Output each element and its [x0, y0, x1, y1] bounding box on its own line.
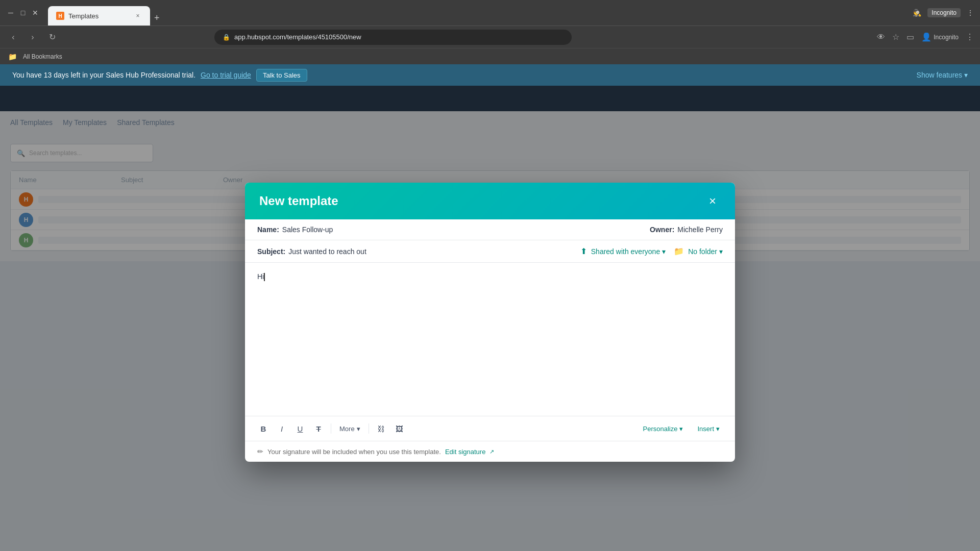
maximize-button[interactable]: □	[18, 8, 28, 17]
italic-button[interactable]: I	[274, 420, 290, 437]
toolbar-sep-1	[331, 423, 331, 434]
name-label: Name:	[257, 226, 279, 234]
underline-button[interactable]: U	[292, 420, 308, 437]
personalize-caret-icon: ▾	[679, 425, 683, 433]
modal-body: Name: Sales Follow-up Owner: Michelle Pe…	[245, 219, 735, 462]
signature-text: Your signature will be included when you…	[267, 448, 441, 456]
signature-notice: ✏ Your signature will be included when y…	[245, 441, 735, 462]
bookmarks-folder-icon: 📁	[8, 53, 17, 61]
trial-text: You have 13 days left in your Sales Hub …	[12, 71, 195, 79]
tab-favicon: H	[56, 12, 64, 20]
bold-button[interactable]: B	[255, 420, 272, 437]
strikethrough-button[interactable]: T	[310, 420, 327, 437]
insert-button[interactable]: Insert ▾	[692, 423, 725, 435]
insert-caret-icon: ▾	[716, 425, 720, 433]
editor-content[interactable]: Hi	[257, 271, 723, 282]
lock-icon: 🔒	[223, 34, 230, 41]
profile-area: 👤 Incognito	[921, 32, 959, 42]
shared-with-dropdown[interactable]: ⬆ Shared with everyone ▾	[580, 246, 666, 256]
talk-to-sales-button[interactable]: Talk to Sales	[256, 69, 307, 82]
more-caret-icon: ▾	[357, 425, 360, 433]
text-cursor	[264, 273, 265, 281]
minimize-button[interactable]: ─	[6, 8, 15, 17]
address-text: app.hubspot.com/templates/45105500/new	[234, 33, 361, 41]
star-icon[interactable]: ☆	[892, 32, 899, 42]
subject-row: Subject: Just wanted to reach out ⬆ Shar…	[245, 240, 735, 263]
subject-value[interactable]: Just wanted to reach out	[288, 247, 366, 256]
owner-field-area: Owner: Michelle Perry	[650, 226, 723, 234]
incognito-label: Incognito	[934, 34, 959, 41]
personalize-label: Personalize	[643, 425, 678, 433]
modal-close-button[interactable]: ×	[704, 193, 721, 209]
browser-tab-bar: ─ □ ✕ H Templates × + 🕵 Incognito ⋮	[0, 0, 980, 26]
folder-caret-icon: ▾	[719, 247, 723, 256]
name-owner-row: Name: Sales Follow-up Owner: Michelle Pe…	[245, 219, 735, 240]
new-tab-button[interactable]: +	[150, 11, 164, 26]
signature-pen-icon: ✏	[257, 447, 263, 456]
modal-title: New template	[259, 194, 338, 208]
forward-button[interactable]: ›	[26, 30, 40, 44]
shared-caret-icon: ▾	[662, 247, 666, 256]
reload-button[interactable]: ↻	[45, 30, 59, 44]
image-button[interactable]: 🖼	[391, 420, 408, 437]
hidden-eye-icon: 👁	[877, 33, 885, 42]
editor-toolbar: B I U T More ▾ ⛓ 🖼 Personalize	[245, 416, 735, 441]
share-icon: ⬆	[580, 246, 587, 256]
show-features-button[interactable]: Show features ▾	[917, 71, 968, 79]
editor-text: Hi	[257, 272, 264, 281]
subject-label: Subject:	[257, 247, 285, 256]
close-window-button[interactable]: ✕	[31, 8, 40, 17]
browser-tab-bar-tabs: H Templates × +	[48, 0, 909, 26]
toolbar-right-section: Personalize ▾ Insert ▾	[638, 423, 725, 435]
browser-toolbar-right: 👁 ☆ ▭ 👤 Incognito ⋮	[877, 32, 974, 42]
shared-label: Shared with everyone	[591, 247, 660, 256]
modal-overlay: New template × Name: Sales Follow-up Own…	[0, 86, 980, 551]
folder-dropdown[interactable]: 📁 No folder ▾	[674, 246, 723, 256]
incognito-icon: 🕵	[913, 9, 921, 17]
browser-chrome: ─ □ ✕ H Templates × + 🕵 Incognito ⋮ ‹ › …	[0, 0, 980, 86]
incognito-badge: Incognito	[927, 8, 961, 17]
bookmarks-bar: 📁 All Bookmarks	[0, 48, 980, 64]
sharing-folder-area: ⬆ Shared with everyone ▾ 📁 No folder ▾	[580, 246, 723, 256]
more-button[interactable]: More ▾	[335, 423, 364, 435]
trial-banner: You have 13 days left in your Sales Hub …	[0, 64, 980, 86]
window-controls: ─ □ ✕	[6, 8, 40, 17]
name-field-area: Name: Sales Follow-up	[257, 226, 333, 234]
sidebar-icon[interactable]: ▭	[906, 32, 914, 42]
back-button[interactable]: ‹	[6, 30, 20, 44]
ellipsis-icon[interactable]: ⋮	[966, 32, 974, 42]
folder-icon: 📁	[674, 246, 684, 256]
name-value[interactable]: Sales Follow-up	[282, 226, 333, 234]
bookmarks-label[interactable]: All Bookmarks	[23, 53, 62, 60]
editor-area[interactable]: Hi	[245, 263, 735, 416]
more-options-icon[interactable]: ⋮	[967, 9, 974, 17]
more-label: More	[339, 425, 355, 433]
edit-signature-link[interactable]: Edit signature	[445, 448, 486, 456]
tab-title: Templates	[68, 12, 99, 20]
subject-field-area: Subject: Just wanted to reach out	[257, 247, 366, 256]
browser-controls-right: 🕵 Incognito ⋮	[913, 8, 974, 17]
address-bar[interactable]: 🔒 app.hubspot.com/templates/45105500/new	[214, 30, 572, 45]
insert-label: Insert	[697, 425, 714, 433]
link-icon: ⛓	[377, 424, 385, 433]
folder-label: No folder	[688, 247, 717, 256]
owner-label: Owner:	[650, 226, 674, 234]
personalize-button[interactable]: Personalize ▾	[638, 423, 689, 435]
modal-header: New template ×	[245, 183, 735, 219]
active-tab[interactable]: H Templates ×	[48, 6, 150, 26]
image-icon: 🖼	[396, 424, 403, 433]
trial-link[interactable]: Go to trial guide	[201, 71, 251, 79]
external-link-icon: ↗	[489, 448, 494, 455]
toolbar-sep-2	[369, 423, 369, 434]
profile-icon: 👤	[921, 32, 932, 42]
tab-close-btn[interactable]: ×	[134, 12, 142, 20]
link-button[interactable]: ⛓	[373, 420, 389, 437]
owner-value: Michelle Perry	[677, 226, 723, 234]
new-template-modal: New template × Name: Sales Follow-up Own…	[245, 183, 735, 462]
address-bar-row: ‹ › ↻ 🔒 app.hubspot.com/templates/451055…	[0, 26, 980, 48]
